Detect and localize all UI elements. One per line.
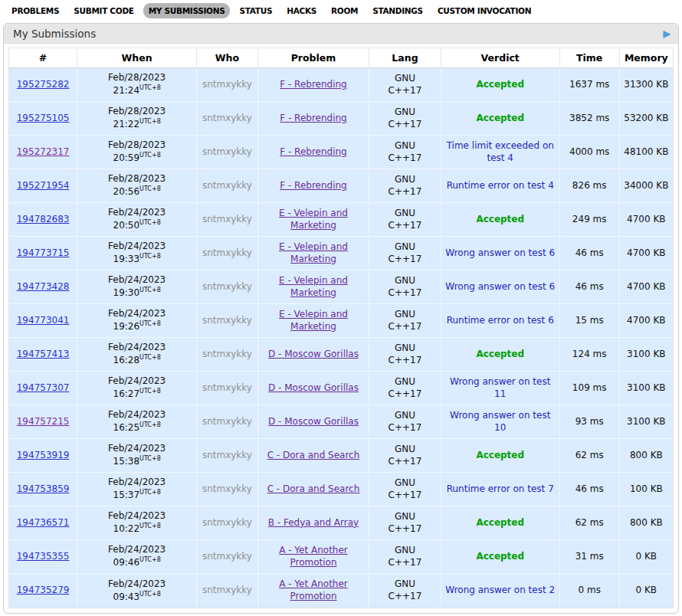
submission-problem-cell: D - Moscow Gorillas (258, 405, 369, 439)
problem-link[interactable]: C - Dora and Search (267, 483, 360, 494)
submission-id-link[interactable]: 195272317 (17, 146, 70, 157)
nav-item-room[interactable]: Room (326, 3, 363, 18)
exec-time-text: 46 ms (575, 247, 604, 258)
submission-lang: GNU C++17 (369, 169, 441, 203)
submission-who: sntmxykky (197, 237, 258, 270)
memory-text: 31300 KB (624, 79, 668, 90)
verdict-text: Wrong answer on test 11 (450, 376, 550, 399)
submission-who: sntmxykky (197, 506, 258, 540)
handle-text: sntmxykky (202, 214, 252, 224)
memory-text: 4700 KB (627, 315, 665, 326)
submission-id-link[interactable]: 194735355 (17, 551, 70, 562)
submission-lang: GNU C++17 (369, 270, 441, 304)
memory-text: 4700 KB (627, 247, 665, 258)
submission-memory-cell: 4700 KB (620, 270, 673, 304)
submission-date: Feb/24/2023 (80, 342, 194, 354)
problem-link[interactable]: A - Yet Another Promotion (279, 578, 348, 601)
submission-time-cell: 46 ms (560, 237, 620, 270)
submission-id-link[interactable]: 195271954 (17, 180, 70, 191)
submission-verdict-cell: Runtime error on test 6 (441, 304, 560, 338)
nav-item-standings[interactable]: Standings (367, 3, 428, 18)
nav-item-problems[interactable]: Problems (6, 3, 64, 18)
problem-link[interactable]: F - Rebrending (280, 146, 347, 157)
verdict-text: Accepted (476, 349, 524, 359)
timezone-label: UTC+8 (139, 489, 161, 496)
lang-text: GNU C++17 (389, 241, 422, 264)
submission-lang: GNU C++17 (369, 338, 441, 372)
submission-memory-cell: 0 KB (620, 540, 673, 574)
problem-link[interactable]: D - Moscow Gorillas (268, 349, 359, 359)
expand-arrow-icon[interactable]: ▶ (664, 28, 671, 39)
problem-link[interactable]: E - Velepin and Marketing (279, 309, 348, 332)
submission-memory-cell: 53200 KB (620, 102, 673, 136)
lang-text: GNU C++17 (389, 106, 422, 129)
handle-text: sntmxykky (202, 247, 252, 258)
submission-verdict-cell: Accepted (441, 540, 560, 574)
submission-id-link[interactable]: 194757413 (17, 349, 70, 359)
problem-link[interactable]: C - Dora and Search (267, 450, 360, 460)
submission-verdict-cell: Wrong answer on test 11 (441, 372, 560, 405)
submission-problem-cell: A - Yet Another Promotion (258, 574, 369, 608)
submission-id-link[interactable]: 195275282 (17, 79, 70, 90)
submission-memory-cell: 31300 KB (620, 68, 673, 102)
timezone-label: UTC+8 (139, 320, 161, 327)
problem-link[interactable]: F - Rebrending (280, 113, 347, 123)
submission-time: 15:38UTC+8 (80, 455, 194, 468)
submission-id-link[interactable]: 195275105 (17, 113, 70, 123)
submission-who: sntmxykky (197, 473, 258, 506)
submission-verdict-cell: Wrong answer on test 6 (441, 237, 560, 270)
nav-item-hacks[interactable]: Hacks (281, 3, 322, 18)
nav-item-custom-invocation[interactable]: Custom Invocation (432, 3, 536, 18)
submission-id-link[interactable]: 194757215 (17, 416, 70, 427)
submission-problem-cell: A - Yet Another Promotion (258, 540, 369, 574)
submission-id-cell: 195275105 (9, 102, 77, 136)
submission-time-cell: 826 ms (560, 169, 620, 203)
handle-text: sntmxykky (202, 281, 252, 292)
problem-link[interactable]: D - Moscow Gorillas (268, 416, 359, 427)
problem-link[interactable]: F - Rebrending (280, 180, 347, 191)
problem-link[interactable]: D - Moscow Gorillas (268, 382, 359, 393)
submission-memory-cell: 100 KB (620, 473, 673, 506)
nav-item-my-submissions[interactable]: My Submissions (143, 3, 231, 18)
submission-memory-cell: 3100 KB (620, 405, 673, 439)
submission-problem-cell: E - Velepin and Marketing (258, 203, 369, 237)
problem-link[interactable]: E - Velepin and Marketing (279, 208, 348, 231)
submission-when: Feb/28/202321:22UTC+8 (77, 102, 197, 136)
handle-text: sntmxykky (202, 349, 252, 359)
submission-verdict-cell: Accepted (441, 338, 560, 372)
submission-id-link[interactable]: 194753859 (17, 483, 70, 494)
submission-id-link[interactable]: 194773041 (17, 315, 70, 326)
submission-lang: GNU C++17 (369, 439, 441, 473)
submission-id-link[interactable]: 194736571 (17, 517, 70, 528)
submission-row: 194773428Feb/24/202319:30UTC+8sntmxykkyE… (9, 270, 673, 304)
exec-time-text: 4000 ms (569, 146, 609, 157)
submission-id-link[interactable]: 194773715 (17, 247, 70, 258)
verdict-text: Accepted (476, 79, 524, 90)
problem-link[interactable]: B - Fedya and Array (268, 517, 359, 528)
submission-time-cell: 3852 ms (560, 102, 620, 136)
handle-text: sntmxykky (202, 180, 252, 191)
submission-when: Feb/24/202316:28UTC+8 (77, 338, 197, 372)
nav-item-status[interactable]: Status (234, 3, 277, 18)
submission-id-link[interactable]: 194757307 (17, 382, 70, 393)
problem-link[interactable]: E - Velepin and Marketing (279, 241, 348, 264)
submission-who: sntmxykky (197, 102, 258, 136)
submission-time-cell: 46 ms (560, 473, 620, 506)
problem-link[interactable]: A - Yet Another Promotion (279, 545, 348, 568)
submission-id-cell: 194773041 (9, 304, 77, 338)
submission-id-link[interactable]: 194782683 (17, 214, 70, 224)
problem-link[interactable]: E - Velepin and Marketing (279, 275, 348, 298)
memory-text: 3100 KB (627, 416, 665, 427)
submission-id-link[interactable]: 194735279 (17, 585, 70, 595)
submission-id-link[interactable]: 194753919 (17, 450, 70, 460)
exec-time-text: 249 ms (572, 214, 607, 224)
submission-id-link[interactable]: 194773428 (17, 281, 70, 292)
submission-problem-cell: C - Dora and Search (258, 473, 369, 506)
nav-item-submit-code[interactable]: Submit Code (68, 3, 139, 18)
lang-text: GNU C++17 (389, 376, 422, 399)
timezone-label: UTC+8 (139, 388, 161, 395)
lang-text: GNU C++17 (389, 578, 422, 601)
verdict-text: Wrong answer on test 10 (450, 410, 550, 433)
problem-link[interactable]: F - Rebrending (280, 79, 347, 90)
submission-time: 19:30UTC+8 (80, 287, 194, 300)
